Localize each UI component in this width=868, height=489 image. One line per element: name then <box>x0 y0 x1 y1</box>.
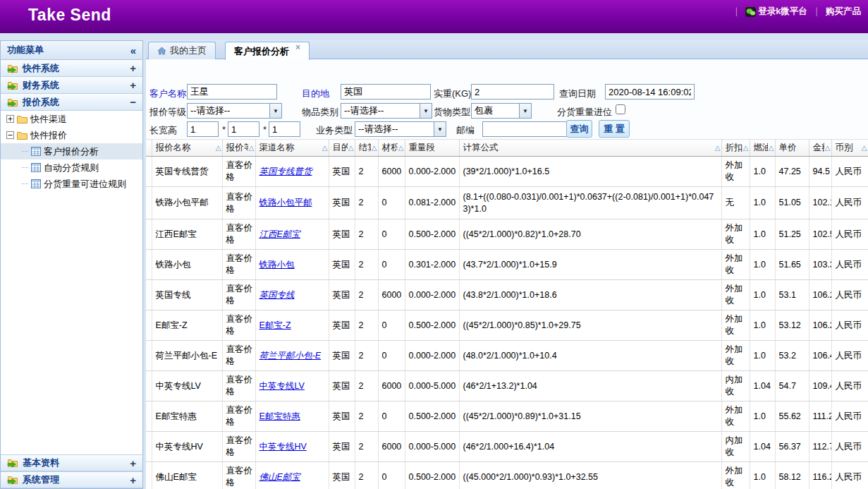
quote-row-3[interactable]: 铁路小包直客价格铁路小包英国200.301-2.000(43.7*2/1.000… <box>146 250 868 280</box>
tab-1[interactable]: 客户报价分析× <box>225 42 310 60</box>
split-weight-carry-checkbox[interactable] <box>616 104 625 114</box>
quote-row-2[interactable]: 江西E邮宝直客价格江西E邮宝英国200.500-2.000((45*2/1.00… <box>146 219 868 250</box>
column-header-9[interactable]: 折扣△ <box>721 140 750 157</box>
column-header-3[interactable]: 渠道名称△ <box>255 140 329 157</box>
cell-surcharge: 外加收 <box>721 280 750 310</box>
sidebar-section-top-0[interactable]: 快件系统+ <box>1 60 142 77</box>
quote-row-6[interactable]: 荷兰平邮小包-E直客价格荷兰平邮小包-E英国200.000-2.000(48.0… <box>146 341 868 371</box>
sort-icon: △ <box>216 144 221 152</box>
cell-price: 53.2 <box>775 341 809 371</box>
destination-input[interactable] <box>341 84 431 99</box>
close-icon[interactable]: × <box>295 42 300 52</box>
postcode-input[interactable] <box>482 121 570 137</box>
quote-row-10[interactable]: 佛山E邮宝直客价格佛山E邮宝英国200.500-2.000((45.000*2/… <box>146 462 868 489</box>
section-toggle-icon[interactable]: − <box>130 97 136 107</box>
section-toggle-icon[interactable]: + <box>130 63 136 73</box>
width-input[interactable] <box>228 121 259 137</box>
column-header-1[interactable]: 报价名称△ <box>152 140 222 157</box>
cell-currency: 人民币 <box>831 187 868 219</box>
tree-item-2[interactable]: 客户报价分析 <box>1 143 142 159</box>
channel-link[interactable]: 中英专线HV <box>259 442 307 452</box>
column-label: 币别 <box>836 142 853 154</box>
column-header-5[interactable]: 结算△ <box>355 140 378 157</box>
quote-level-select[interactable]: --请选择-- ▼ <box>187 103 282 119</box>
quote-row-0[interactable]: 英国专线普货直客价格英国专线普货英国260000.000-2.000(39*2/… <box>146 157 868 187</box>
cell-channel: E邮宝特惠 <box>255 402 329 432</box>
cell-gutter <box>146 250 152 280</box>
cell-surcharge: 外加收 <box>721 341 750 371</box>
height-input[interactable] <box>269 121 300 137</box>
tab-0[interactable]: 我的主页 <box>148 42 216 59</box>
sidebar-section-top-2[interactable]: 报价系统− <box>1 94 142 111</box>
wechat-icon <box>745 7 756 17</box>
cell-surcharge: 外加收 <box>721 250 750 280</box>
reset-button[interactable]: 重 置 <box>599 120 630 138</box>
query-date-input[interactable] <box>605 84 695 99</box>
length-input[interactable] <box>187 121 219 137</box>
cell-channel: 铁路小包 <box>255 250 329 280</box>
business-type-select[interactable]: --请选择-- ▼ <box>355 121 446 137</box>
section-toggle-icon[interactable]: + <box>130 80 136 90</box>
buy-product-link[interactable]: 购买产品 <box>826 6 861 18</box>
sort-icon: △ <box>249 144 255 152</box>
column-header-10[interactable]: 燃油附△ <box>750 140 775 157</box>
weight-input[interactable] <box>471 84 554 99</box>
column-label: 材积 <box>382 142 398 154</box>
cell-name: 荷兰平邮小包-E <box>152 341 222 371</box>
cell-level: 直客价格 <box>222 341 255 371</box>
cell-dest: 英国 <box>329 462 355 489</box>
folder-arrow-icon <box>7 475 18 485</box>
column-header-8[interactable]: 计算公式△ <box>459 140 721 157</box>
channel-link[interactable]: E邮宝-Z <box>259 320 291 330</box>
cell-fuel: 1.0 <box>750 310 775 341</box>
channel-link[interactable]: 铁路小包 <box>259 260 295 270</box>
quote-row-4[interactable]: 英国专线直客价格英国专线英国260000.000-2.000(43.8*2/1.… <box>146 280 868 310</box>
quote-row-7[interactable]: 中英专线LV直客价格中英专线LV英国260000.000-5.000(46*2/… <box>146 371 868 402</box>
tab-bar: 我的主页客户报价分析× <box>146 40 868 59</box>
column-header-2[interactable]: 报价等△ <box>222 140 255 157</box>
collapse-sidebar-icon[interactable]: « <box>130 44 136 56</box>
customer-name-input[interactable] <box>187 84 277 99</box>
cell-fuel: 1.04 <box>750 371 775 402</box>
search-button[interactable]: 查询 <box>566 120 592 138</box>
channel-link[interactable]: 江西E邮宝 <box>259 229 300 239</box>
cell-currency: 人民币 <box>831 219 868 250</box>
tree-item-1[interactable]: 快件报价 <box>1 127 142 143</box>
tree-item-0[interactable]: 快件渠道 <box>1 111 142 127</box>
channel-link[interactable]: 铁路小包平邮 <box>259 198 312 207</box>
sidebar-section-bottom-0[interactable]: 基本资料+ <box>1 454 142 471</box>
chevron-down-icon: ▼ <box>269 104 281 118</box>
item-category-select[interactable]: --请选择-- ▼ <box>341 103 432 119</box>
cell-settle: 2 <box>355 462 378 489</box>
channel-link[interactable]: E邮宝特惠 <box>259 411 300 421</box>
tree-expander-icon[interactable] <box>6 131 14 139</box>
column-header-6[interactable]: 材积△ <box>378 140 405 157</box>
column-header-4[interactable]: 目的△ <box>329 140 355 157</box>
cargo-type-select[interactable]: 包裹 ▼ <box>471 103 532 119</box>
quote-row-8[interactable]: E邮宝特惠直客价格E邮宝特惠英国200.500-2.000((45*2/1.00… <box>146 402 868 432</box>
sidebar-section-top-1[interactable]: 财务系统+ <box>1 77 142 94</box>
column-header-13[interactable]: 币别△ <box>831 140 868 157</box>
cell-price: 51.05 <box>775 187 809 219</box>
quote-row-5[interactable]: E邮宝-Z直客价格E邮宝-Z英国200.500-2.000((45*2/1.00… <box>146 310 868 341</box>
cell-fuel: 1.0 <box>750 402 775 432</box>
channel-link[interactable]: 荷兰平邮小包-E <box>259 351 322 361</box>
tree-expander-icon[interactable] <box>6 115 14 123</box>
quote-row-9[interactable]: 中英专线HV直客价格中英专线HV英国260000.000-5.000(46*2/… <box>146 432 868 462</box>
channel-link[interactable]: 中英专线LV <box>259 381 305 391</box>
channel-link[interactable]: 英国专线普货 <box>259 167 312 176</box>
tree-item-4[interactable]: 分货重量可进位规则 <box>1 176 142 192</box>
section-toggle-icon[interactable]: + <box>130 458 136 469</box>
cell-amount: 116.25 <box>809 462 831 489</box>
tree-item-3[interactable]: 自动分货规则 <box>1 159 142 176</box>
channel-link[interactable]: 佛山E邮宝 <box>259 472 300 482</box>
business-type-label: 业务类型 <box>316 124 353 137</box>
quote-row-1[interactable]: 铁路小包平邮直客价格铁路小包平邮英国200.081-2.000(8.1+((0.… <box>146 187 868 219</box>
sidebar-section-bottom-1[interactable]: 系统管理+ <box>1 471 142 488</box>
section-toggle-icon[interactable]: + <box>130 475 136 485</box>
column-label: 渠道名称 <box>259 142 295 154</box>
channel-link[interactable]: 英国专线 <box>259 290 295 300</box>
cell-gutter <box>146 187 152 219</box>
login-wechat-link[interactable]: 登录k微平台 <box>745 6 807 18</box>
column-header-12[interactable]: 金额△ <box>809 140 831 157</box>
